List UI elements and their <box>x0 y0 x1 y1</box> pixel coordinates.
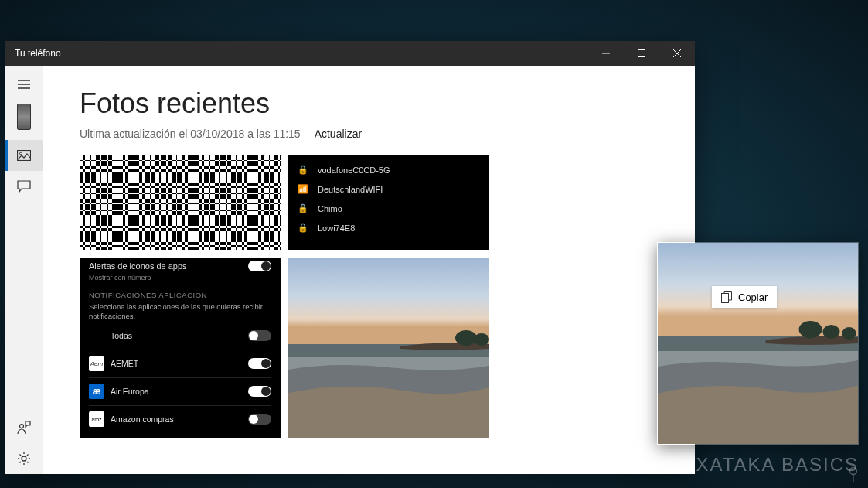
chat-icon <box>17 180 31 193</box>
minimize-button[interactable] <box>588 41 624 66</box>
sidebar-item-photos[interactable] <box>5 140 43 171</box>
settings-alert-sub: Mostrar con número <box>89 274 271 282</box>
watermark: XATAKA BASICS <box>665 454 859 476</box>
dragged-photo-thumbnail[interactable]: Copiar <box>657 242 859 445</box>
wifi-name: Chimo <box>318 204 342 213</box>
wifi-name: Lowi74E8 <box>318 224 355 233</box>
window-title: Tu teléfono <box>5 48 588 59</box>
toggle-icon <box>248 358 271 369</box>
settings-alert-title: Alertas de iconos de apps <box>89 261 187 271</box>
svg-rect-9 <box>465 338 467 346</box>
close-button[interactable] <box>659 41 695 66</box>
app-window: Tu teléfono <box>5 41 695 474</box>
svg-rect-15 <box>809 329 812 339</box>
titlebar[interactable]: Tu teléfono <box>5 41 695 66</box>
wifi-lock-icon: 🔒 <box>298 165 308 175</box>
svg-rect-18 <box>722 294 729 303</box>
hamburger-menu[interactable] <box>5 69 43 100</box>
app-icon: Aem <box>89 356 104 371</box>
photo-tile-settings[interactable]: Alertas de iconos de apps Mostrar con nú… <box>80 258 281 438</box>
last-update-text: Última actualización el 03/10/2018 a las… <box>80 128 301 140</box>
sidebar-item-settings[interactable] <box>5 443 43 474</box>
toggle-icon <box>248 386 271 397</box>
gear-icon <box>17 452 31 466</box>
svg-point-3 <box>20 425 24 428</box>
svg-point-17 <box>842 327 856 340</box>
sidebar <box>5 66 43 474</box>
app-icon: amz <box>89 411 104 427</box>
svg-point-19 <box>850 468 857 475</box>
wifi-name: DeutschlandWIFI <box>318 185 383 194</box>
photo-grid: 🔒vodafoneC0CD-5G 📶DeutschlandWIFI 🔒Chimo… <box>80 155 658 438</box>
app-name: AEMET <box>111 359 242 368</box>
copy-icon <box>721 291 732 303</box>
sidebar-item-feedback[interactable] <box>5 412 43 443</box>
toggle-icon <box>248 330 271 341</box>
person-feedback-icon <box>17 421 31 435</box>
watermark-text: XATAKA BASICS <box>696 454 859 476</box>
photo-tile-wifi[interactable]: 🔒vodafoneC0CD-5G 📶DeutschlandWIFI 🔒Chimo… <box>288 155 489 250</box>
sidebar-item-messages[interactable] <box>5 171 43 202</box>
settings-desc: Selecciona las aplicaciones de las que q… <box>89 302 271 322</box>
phone-device-icon[interactable] <box>5 100 43 134</box>
photo-tile-beach[interactable] <box>288 258 489 438</box>
copy-button[interactable]: Copiar <box>712 286 777 308</box>
copy-label: Copiar <box>738 292 768 303</box>
app-icon: æ <box>89 384 104 399</box>
app-name: Todas <box>111 331 242 340</box>
wifi-lock-icon: 🔒 <box>298 223 308 233</box>
wifi-icon: 📶 <box>298 184 308 194</box>
wifi-lock-icon: 🔒 <box>298 203 308 213</box>
app-name: Air Europa <box>111 387 242 396</box>
refresh-link[interactable]: Actualizar <box>315 128 362 140</box>
svg-point-2 <box>20 152 22 155</box>
svg-rect-0 <box>638 50 645 57</box>
wifi-name: vodafoneC0CD-5G <box>318 166 390 175</box>
pin-icon <box>848 467 859 485</box>
maximize-button[interactable] <box>624 41 659 66</box>
page-title: Fotos recientes <box>80 87 658 120</box>
photo-tile-qr[interactable] <box>80 155 281 250</box>
settings-section-header: NOTIFICACIONES APLICACIÓN <box>89 291 271 299</box>
svg-point-4 <box>22 456 26 461</box>
image-icon <box>17 150 31 161</box>
toggle-icon <box>248 414 271 425</box>
svg-point-16 <box>823 325 840 339</box>
graduation-cap-icon <box>665 456 688 473</box>
toggle-icon <box>248 261 271 271</box>
app-name: Amazon compras <box>111 415 242 424</box>
svg-point-10 <box>474 333 489 346</box>
main-content: Fotos recientes Última actualización el … <box>43 66 695 474</box>
